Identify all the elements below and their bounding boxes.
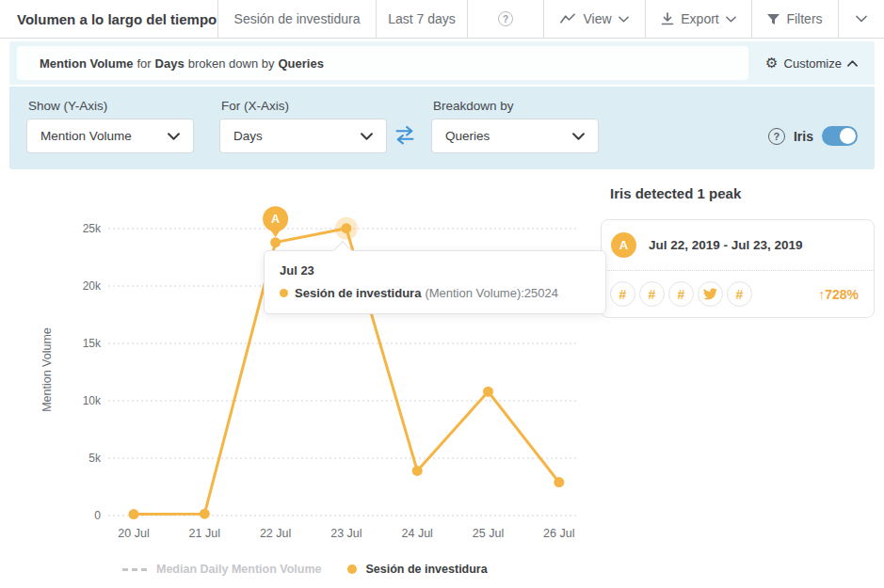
export-button-label: Export: [681, 11, 718, 26]
chevron-down-icon: [572, 133, 585, 140]
svg-text:23 Jul: 23 Jul: [330, 527, 362, 540]
y-axis-select-value: Mention Volume: [40, 129, 168, 143]
summary-broken: broken down by: [188, 56, 275, 71]
summary-breakdown: Queries: [278, 56, 323, 71]
summary-metric: Mention Volume: [40, 56, 133, 71]
view-button-label: View: [583, 11, 611, 26]
svg-text:21 Jul: 21 Jul: [189, 527, 220, 540]
chevron-down-icon: [361, 133, 373, 140]
chevron-down-icon: [856, 15, 867, 23]
help-button[interactable]: ?: [468, 0, 544, 38]
query-tab[interactable]: Sesión de investidura: [218, 0, 377, 38]
svg-text:20k: 20k: [83, 279, 102, 293]
y-axis-select[interactable]: Mention Volume: [26, 119, 194, 153]
peak-a-badge: A: [611, 232, 636, 258]
tooltip-series-name: Sesión de investidura: [295, 286, 421, 300]
chart-tooltip: Jul 23 Sesión de investidura (Mention Vo…: [264, 250, 606, 314]
iris-control: ? Iris: [768, 126, 858, 146]
line-chart-icon: [560, 13, 576, 24]
iris-help-icon[interactable]: ?: [768, 128, 785, 145]
breakdown-select-value: Queries: [445, 129, 572, 143]
svg-text:15k: 15k: [83, 337, 102, 350]
iris-toggle[interactable]: [822, 126, 858, 146]
dot-swatch: [347, 564, 357, 574]
svg-text:A: A: [271, 213, 280, 226]
customize-panel: Show (Y-Axis) Mention Volume For (X-Axis…: [9, 87, 875, 169]
widget-title: Volumen a lo largo del tiempo: [0, 0, 218, 38]
customize-button[interactable]: ⚙ Customize: [748, 56, 875, 71]
svg-text:0: 0: [94, 509, 101, 522]
volume-over-time-widget: Volumen a lo largo del tiempo Sesión de …: [0, 0, 884, 588]
svg-text:25k: 25k: [83, 222, 102, 235]
svg-text:10k: 10k: [83, 394, 102, 407]
x-axis-select[interactable]: Days: [219, 119, 387, 153]
breakdown-select[interactable]: Queries: [431, 119, 599, 153]
view-button[interactable]: View: [544, 0, 646, 38]
download-icon: [661, 12, 674, 25]
chevron-down-icon: [619, 16, 629, 23]
hashtag-icon[interactable]: #: [727, 281, 752, 307]
funnel-icon: [767, 14, 780, 24]
filters-button-label: Filters: [786, 11, 822, 26]
widget-collapse-button[interactable]: [839, 0, 884, 38]
dashed-line-swatch: [122, 568, 148, 571]
toolbar: Volumen a lo largo del tiempo Sesión de …: [0, 0, 884, 39]
gear-icon: ⚙: [765, 56, 778, 71]
y-axis-label: Show (Y-Axis): [28, 99, 107, 113]
series-color-dot: [280, 289, 288, 297]
tooltip-metric-value: (Mention Volume):25024: [425, 286, 558, 300]
export-button[interactable]: Export: [646, 0, 752, 38]
svg-text:24 Jul: 24 Jul: [402, 527, 433, 540]
svg-text:20 Jul: 20 Jul: [118, 527, 149, 540]
peak-date-range: Jul 22, 2019 - Jul 23, 2019: [649, 238, 803, 252]
svg-text:26 Jul: 26 Jul: [543, 527, 574, 540]
hashtag-icon[interactable]: #: [668, 281, 694, 307]
peak-change-percent: ↑728%: [818, 287, 859, 302]
x-axis-select-value: Days: [233, 129, 361, 143]
svg-text:25 Jul: 25 Jul: [473, 527, 504, 540]
help-icon: ?: [498, 11, 513, 26]
chevron-down-icon: [168, 133, 180, 140]
chart-legend: Median Daily Mention Volume Sesión de in…: [122, 563, 488, 576]
svg-text:22 Jul: 22 Jul: [260, 527, 291, 540]
tooltip-date: Jul 23: [280, 263, 590, 278]
swap-axes-button[interactable]: [394, 126, 416, 145]
legend-label: Sesión de investidura: [365, 563, 487, 576]
chevron-up-icon: [847, 60, 858, 67]
swap-arrows-icon: [394, 126, 416, 145]
iris-label: Iris: [794, 129, 813, 144]
legend-item-query[interactable]: Sesión de investidura: [347, 563, 487, 576]
summary-x: Days: [155, 56, 185, 71]
peak-card[interactable]: A Jul 22, 2019 - Jul 23, 2019 #### ↑728%: [601, 219, 875, 318]
x-axis-label: For (X-Axis): [221, 99, 289, 113]
date-range-button[interactable]: Last 7 days: [377, 0, 468, 38]
peak-topic-icons: ####: [610, 281, 752, 307]
hashtag-icon[interactable]: #: [610, 281, 635, 307]
peak-card-header: A Jul 22, 2019 - Jul 23, 2019: [602, 220, 874, 271]
twitter-icon[interactable]: [698, 281, 723, 307]
legend-label: Median Daily Mention Volume: [156, 563, 321, 576]
chevron-down-icon: [726, 16, 736, 23]
summary-text: Mention Volume for Days broken down by Q…: [17, 46, 748, 80]
svg-text:Mention Volume: Mention Volume: [40, 327, 54, 412]
filters-button[interactable]: Filters: [752, 0, 839, 38]
toggle-knob: [840, 128, 856, 144]
legend-item-median[interactable]: Median Daily Mention Volume: [122, 563, 321, 576]
summary-row: Mention Volume for Days broken down by Q…: [9, 41, 875, 85]
breakdown-label: Breakdown by: [433, 99, 514, 113]
svg-text:5k: 5k: [88, 452, 102, 465]
hashtag-icon[interactable]: #: [639, 281, 665, 307]
iris-panel-heading: Iris detected 1 peak: [610, 185, 741, 201]
summary-for: for: [137, 56, 151, 71]
customize-label: Customize: [784, 56, 842, 71]
peak-card-footer: #### ↑728%: [602, 271, 874, 317]
